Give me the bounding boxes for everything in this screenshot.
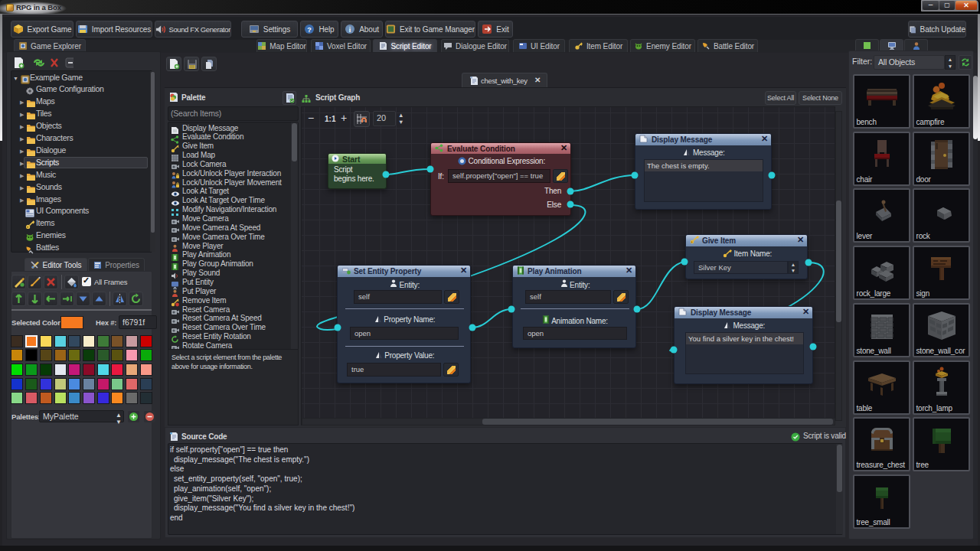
svg-text:?: ? bbox=[308, 26, 312, 34]
svg-text:i: i bbox=[349, 26, 351, 34]
